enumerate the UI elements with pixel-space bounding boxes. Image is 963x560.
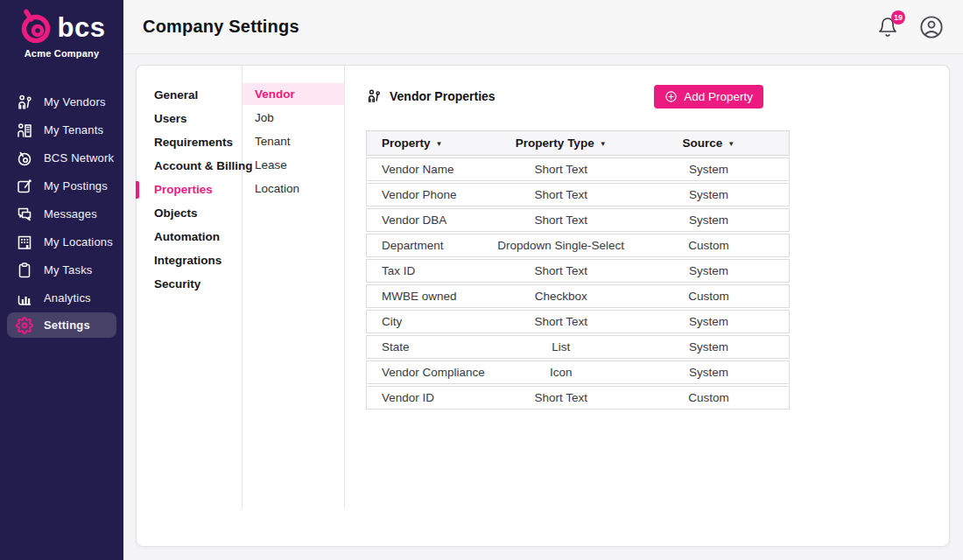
nav-item-requirements[interactable]: Requirements — [137, 130, 242, 154]
cell-property: City — [367, 315, 494, 328]
nav-item-users[interactable]: Users — [137, 107, 242, 130]
cell-source: System — [629, 340, 789, 354]
sidebar-item-label: My Vendors — [44, 95, 106, 108]
nav-item-objects[interactable]: Objects — [137, 201, 242, 225]
cell-type: Short Text — [494, 163, 629, 176]
sidebar-item-label: Settings — [44, 318, 90, 332]
tab-vendor[interactable]: Vendor — [243, 83, 344, 105]
property-tabs: Vendor Job Tenant Lease Location — [243, 66, 345, 508]
cell-property: Vendor ID — [367, 391, 494, 404]
cell-type: List — [494, 340, 629, 354]
cell-type: Dropdown Single-Select — [494, 239, 629, 252]
nav-item-account-billing[interactable]: Account & Billing — [137, 154, 242, 178]
cell-source: System — [629, 366, 789, 379]
cell-type: Checkbox — [494, 290, 629, 303]
table-row[interactable]: Department Dropdown Single-Select Custom — [366, 234, 790, 257]
vendor-worker-icon — [16, 94, 33, 111]
tab-tenant[interactable]: Tenant — [243, 130, 344, 152]
nav-item-properties[interactable]: Properties — [137, 178, 242, 201]
cell-source: System — [629, 188, 789, 201]
company-name: Acme Company — [0, 48, 123, 59]
cell-property: Vendor DBA — [367, 214, 494, 227]
sort-arrow-icon: ▼ — [600, 140, 607, 148]
page-title: Company Settings — [143, 17, 299, 37]
table-row[interactable]: Tax ID Short Text System — [366, 259, 790, 283]
table-row[interactable]: Vendor Compliance Icon System — [366, 360, 790, 384]
table-row[interactable]: Vendor DBA Short Text System — [366, 208, 790, 232]
vendor-properties-panel: Vendor Properties Add Property Property▼… — [345, 66, 949, 546]
sidebar-item-my-tasks[interactable]: My Tasks — [0, 256, 123, 284]
cell-property: MWBE owned — [367, 290, 494, 303]
sidebar-item-settings[interactable]: Settings — [7, 312, 116, 338]
cell-property: Vendor Compliance — [367, 366, 494, 379]
sidebar-nav: My Vendors My Tenants BCS Network — [0, 88, 123, 338]
cell-type: Short Text — [494, 391, 629, 404]
cell-property: Tax ID — [367, 264, 494, 277]
cell-property: Department — [367, 239, 494, 252]
bar-chart-icon — [16, 290, 33, 307]
sidebar-item-my-locations[interactable]: My Locations — [0, 228, 123, 256]
add-property-button[interactable]: Add Property — [654, 85, 763, 108]
posting-pin-icon — [16, 178, 33, 195]
cell-source: System — [629, 214, 789, 227]
sidebar-item-label: Messages — [44, 207, 97, 220]
sort-arrow-icon: ▼ — [728, 140, 735, 148]
chat-bubbles-icon — [16, 206, 33, 223]
sort-arrow-icon: ▼ — [436, 140, 443, 148]
section-title-text: Vendor Properties — [390, 89, 496, 103]
logo-text: bcs — [58, 14, 106, 41]
sidebar-item-my-vendors[interactable]: My Vendors — [0, 88, 123, 116]
table-header-row: Property▼ Property Type▼ Source▼ — [366, 130, 790, 156]
bcs-logo-icon — [18, 9, 53, 46]
table-row[interactable]: Vendor ID Short Text Custom — [366, 386, 790, 410]
table-row[interactable]: Vendor Name Short Text System — [366, 158, 790, 181]
column-header-source[interactable]: Source▼ — [629, 136, 789, 150]
add-property-label: Add Property — [684, 90, 753, 103]
sidebar-item-label: My Postings — [44, 179, 108, 192]
sidebar-item-label: Analytics — [44, 291, 91, 304]
sidebar-item-label: My Tasks — [44, 263, 93, 276]
cell-source: System — [629, 315, 789, 328]
notifications-button[interactable]: 19 — [877, 17, 898, 38]
sidebar-item-my-postings[interactable]: My Postings — [0, 172, 123, 200]
cell-type: Short Text — [494, 264, 629, 277]
cell-property: Vendor Phone — [367, 188, 494, 201]
cell-source: Custom — [629, 290, 789, 303]
tab-lease[interactable]: Lease — [243, 154, 344, 176]
sidebar: bcs Acme Company My Vendors My Tenants — [0, 0, 123, 560]
user-avatar-icon[interactable] — [919, 15, 944, 39]
nav-item-automation[interactable]: Automation — [137, 225, 242, 248]
sidebar-item-messages[interactable]: Messages — [0, 200, 123, 228]
cell-type: Short Text — [494, 315, 629, 328]
settings-card: General Users Requirements Account & Bil… — [136, 65, 950, 547]
vendor-worker-icon — [366, 88, 382, 104]
brand-logo: bcs Acme Company — [0, 0, 123, 59]
column-header-property[interactable]: Property▼ — [367, 136, 494, 150]
table-row[interactable]: City Short Text System — [366, 310, 790, 333]
sidebar-item-my-tenants[interactable]: My Tenants — [0, 116, 123, 144]
tab-job[interactable]: Job — [243, 107, 344, 129]
table-row[interactable]: Vendor Phone Short Text System — [366, 183, 790, 206]
plus-circle-icon — [664, 90, 678, 103]
properties-table: Property▼ Property Type▼ Source▼ Vendor … — [366, 130, 790, 410]
bcs-network-icon — [16, 150, 33, 167]
sidebar-item-analytics[interactable]: Analytics — [0, 284, 123, 312]
table-row[interactable]: MWBE owned Checkbox Custom — [366, 284, 790, 308]
nav-item-security[interactable]: Security — [137, 272, 242, 296]
sidebar-item-label: My Locations — [44, 235, 113, 248]
nav-item-integrations[interactable]: Integrations — [137, 248, 242, 272]
top-bar: Company Settings 19 — [123, 0, 963, 54]
nav-item-general[interactable]: General — [137, 83, 242, 107]
table-row[interactable]: State List System — [366, 335, 790, 359]
cell-property: State — [367, 340, 494, 354]
building-icon — [16, 234, 33, 251]
cell-source: System — [629, 264, 789, 277]
cell-type: Short Text — [494, 214, 629, 227]
column-header-property-type[interactable]: Property Type▼ — [494, 136, 629, 150]
cell-property: Vendor Name — [367, 163, 494, 176]
sidebar-item-label: BCS Network — [44, 151, 114, 164]
notification-badge: 19 — [891, 10, 905, 24]
tab-location[interactable]: Location — [243, 178, 344, 200]
cell-source: Custom — [629, 391, 789, 404]
sidebar-item-bcs-network[interactable]: BCS Network — [0, 144, 123, 172]
